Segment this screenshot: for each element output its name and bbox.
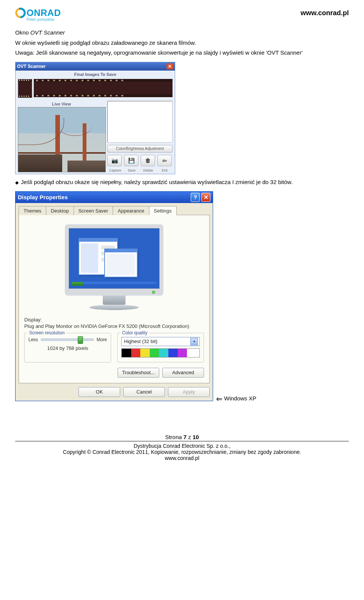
site-url: www.conrad.pl xyxy=(301,9,349,17)
caption-save: Save xyxy=(125,169,139,172)
page-footer: Strona 7 z 10 Dystrybucja Conrad Electro… xyxy=(15,434,349,461)
dp-body: Display: Plug and Play Monitor on NVIDIA… xyxy=(19,215,210,383)
ovt-title-text: OVT Scanner xyxy=(17,64,46,69)
caption-delete: Delete xyxy=(141,169,155,172)
resolution-slider[interactable] xyxy=(41,339,93,341)
capture-preview-panel xyxy=(107,101,173,143)
apply-button[interactable]: Apply xyxy=(168,387,210,397)
chevron-down-icon[interactable]: ▾ xyxy=(190,338,198,345)
windows-xp-text: Windows XP xyxy=(224,395,256,401)
page-n: 7 xyxy=(184,434,187,440)
page-word: Strona xyxy=(165,434,183,440)
live-view-right: Color/Brightness Adjustment 📷 💾 🗑 ⇦ Capt… xyxy=(107,101,173,172)
camera-icon: 📷 xyxy=(111,158,118,163)
tab-desktop[interactable]: Desktop xyxy=(46,206,74,215)
floppy-icon: 💾 xyxy=(128,158,135,163)
monitor-illustration xyxy=(24,220,204,317)
logo-main: ONRAD xyxy=(15,8,61,18)
dp-title-bar: Display Properties ? ✕ xyxy=(16,192,213,203)
display-properties-window: Display Properties ? ✕ Themes Desktop Sc… xyxy=(15,191,213,401)
dp-row: Display Properties ? ✕ Themes Desktop Sc… xyxy=(15,189,349,403)
ovt-title-bar: OVT Scanner ✕ xyxy=(16,62,175,71)
dp-footer-buttons: OK Cancel Apply xyxy=(16,383,213,401)
save-button[interactable]: 💾 xyxy=(124,155,138,166)
live-view-preview xyxy=(18,107,106,172)
footer-divider xyxy=(15,441,349,441)
color-brightness-button[interactable]: Color/Brightness Adjustment xyxy=(107,145,173,153)
paragraph-2: Uwaga: Jeśli skanowane są negatywy, opro… xyxy=(15,49,349,57)
film-strip xyxy=(16,77,175,99)
color-spectrum xyxy=(121,348,200,357)
display-label: Display: xyxy=(24,317,204,323)
less-label: Less xyxy=(28,337,38,342)
page-number: Strona 7 z 10 xyxy=(15,434,349,440)
windows-xp-note: ⇐Windows XP xyxy=(216,394,256,403)
screen-resolution-group: Screen resolution Less More 1024 by 768 … xyxy=(24,333,111,362)
heading-italic: OVT Scanner xyxy=(30,29,65,36)
final-images-label: Final Images To Save xyxy=(16,71,175,77)
dp-title-buttons: ? ✕ xyxy=(191,193,210,202)
tab-appearance[interactable]: Appearance xyxy=(113,206,149,215)
page-total: 10 xyxy=(193,434,199,440)
heading-okno: Okno OVT Scanner xyxy=(15,28,349,37)
dp-tabs: Themes Desktop Screen Saver Appearance S… xyxy=(16,203,213,215)
heading-prefix: Okno xyxy=(15,29,30,36)
film-roll[interactable] xyxy=(34,79,173,97)
live-view-row: Live View Color/Brightness Adjustment 📷 … xyxy=(16,99,175,174)
more-label: More xyxy=(97,337,107,342)
paragraph-1: W oknie wyświetli się podgląd obrazu zał… xyxy=(15,39,349,47)
film-thumb[interactable] xyxy=(18,79,32,98)
logo-text: ONRAD xyxy=(27,8,61,18)
quality-value: Highest (32 bit) xyxy=(124,339,157,344)
dp-title-text: Display Properties xyxy=(18,194,68,200)
action-icon-row: 📷 💾 🗑 ⇦ xyxy=(107,155,173,166)
exit-icon: ⇦ xyxy=(162,158,167,163)
delete-button[interactable]: 🗑 xyxy=(141,155,155,166)
page-header: ONRAD Pelen pomysłów www.conrad.pl xyxy=(15,8,349,22)
logo-c-icon xyxy=(15,8,26,18)
logo-tagline: Pelen pomysłów xyxy=(27,17,61,22)
page-of: z xyxy=(187,434,193,440)
tab-themes[interactable]: Themes xyxy=(19,206,46,215)
display-value: Plug and Play Monitor on NVIDIA GeForce … xyxy=(24,323,204,329)
ok-button[interactable]: OK xyxy=(78,387,120,397)
live-view-label: Live View xyxy=(18,101,105,107)
footer-line-2: Copyright © Conrad Electronic 2011, Kopi… xyxy=(15,449,349,455)
ovt-scanner-window: OVT Scanner ✕ Final Images To Save Live … xyxy=(15,62,175,174)
live-view-left: Live View xyxy=(18,101,105,172)
dp-settings-columns: Screen resolution Less More 1024 by 768 … xyxy=(24,333,204,362)
color-quality-select[interactable]: Highest (32 bit) ▾ xyxy=(121,337,200,346)
brand-logo: ONRAD Pelen pomysłów xyxy=(15,8,61,22)
cancel-button[interactable]: Cancel xyxy=(123,387,165,397)
troubleshoot-button[interactable]: Troubleshoot... xyxy=(118,368,159,378)
action-captions: Capture Save Delete Exit xyxy=(107,169,173,172)
close-icon[interactable]: ✕ xyxy=(166,63,173,69)
trash-icon: 🗑 xyxy=(145,158,151,163)
help-icon[interactable]: ? xyxy=(191,193,200,202)
document-page: ONRAD Pelen pomysłów www.conrad.pl Okno … xyxy=(0,0,364,469)
bullet-note: Jeśli podgląd obrazu okaze się niepełny,… xyxy=(15,179,349,185)
dp-inner-buttons: Troubleshoot... Advanced xyxy=(24,368,204,378)
resolution-slider-row: Less More xyxy=(28,337,107,342)
footer-line-1: Dystrybucja Conrad Electronic Sp. z o.o.… xyxy=(15,443,349,449)
advanced-button[interactable]: Advanced xyxy=(162,368,204,378)
quality-legend: Color quality xyxy=(121,330,149,335)
caption-capture: Capture xyxy=(108,169,122,172)
slider-thumb[interactable] xyxy=(78,336,83,344)
color-quality-group: Color quality Highest (32 bit) ▾ xyxy=(117,333,204,362)
capture-button[interactable]: 📷 xyxy=(107,155,122,166)
footer-url: www.conrad.pl xyxy=(15,455,349,461)
res-legend: Screen resolution xyxy=(28,330,66,335)
exit-button[interactable]: ⇦ xyxy=(157,155,172,166)
resolution-text: 1024 by 768 pixels xyxy=(28,345,107,351)
arrow-left-icon: ⇐ xyxy=(216,395,223,403)
caption-exit: Exit xyxy=(158,169,172,172)
tab-screen-saver[interactable]: Screen Saver xyxy=(74,206,113,215)
tab-settings[interactable]: Settings xyxy=(149,206,177,215)
close-icon[interactable]: ✕ xyxy=(201,193,210,202)
